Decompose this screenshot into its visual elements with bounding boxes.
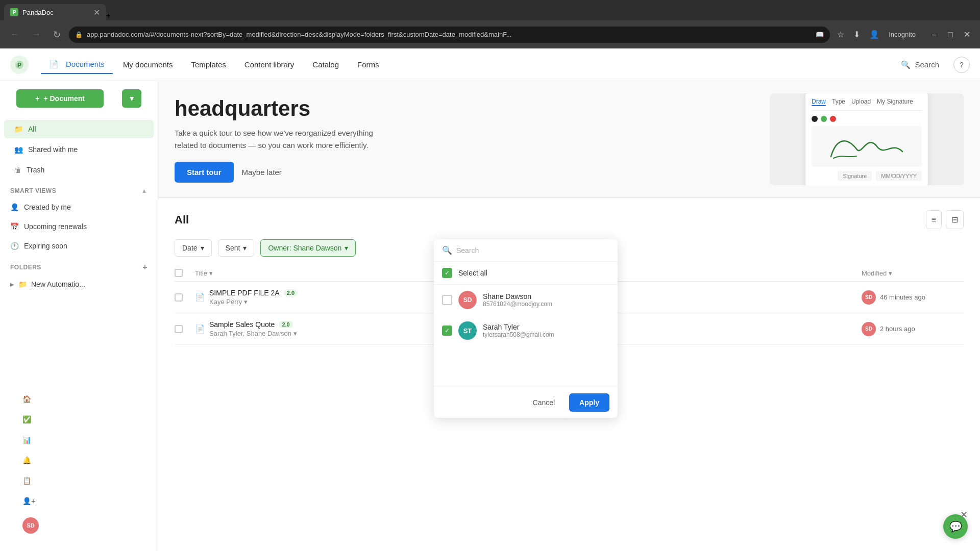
sig-dot-red[interactable] — [830, 116, 836, 122]
back-button[interactable]: ← — [6, 27, 23, 42]
select-all-row[interactable]: ✓ Select all — [434, 262, 618, 285]
sidebar-item-created-by-me[interactable]: 👤 Created by me — [0, 198, 158, 216]
close-window-button[interactable]: ✕ — [960, 28, 974, 42]
owner-dropdown-icon[interactable]: ▾ — [244, 298, 248, 306]
sidebar-item-trash[interactable]: 🗑 Trash — [4, 161, 154, 179]
sidebar-item-list[interactable]: 📋 — [12, 471, 145, 490]
sidebar-item-upcoming-renewals[interactable]: 📅 Upcoming renewals — [0, 218, 158, 235]
search-label: Search — [915, 60, 939, 69]
sig-tab-my-signature[interactable]: My Signature — [877, 98, 913, 106]
new-tab-button[interactable]: + — [106, 11, 111, 20]
title-column-label: Title — [195, 269, 207, 277]
sidebar-item-notifications[interactable]: 🔔 — [12, 451, 145, 469]
banner-text: headquarters Take a quick tour to see ho… — [175, 96, 749, 183]
nav-item-documents[interactable]: 📄 Documents — [41, 56, 113, 74]
nav-item-catalog[interactable]: Catalog — [304, 56, 347, 73]
filter-button[interactable]: ≡ — [926, 210, 942, 229]
sidebar-item-home[interactable]: 🏠 — [12, 390, 145, 408]
sidebar-trash-label: Trash — [27, 166, 44, 174]
chevron-down-icon: ▼ — [128, 94, 135, 103]
sig-tab-upload[interactable]: Upload — [851, 98, 871, 106]
sidebar-item-all[interactable]: 📁 All — [4, 120, 154, 138]
bookmark-button[interactable]: ☆ — [834, 28, 847, 41]
tab-favicon: P — [10, 8, 18, 16]
shane-checkbox[interactable] — [442, 295, 452, 305]
add-folder-button[interactable]: + — [142, 263, 148, 272]
doc1-checkbox[interactable] — [175, 293, 183, 302]
nav-item-content-library[interactable]: Content library — [236, 56, 303, 73]
calendar-icon: 📅 — [10, 222, 19, 231]
docs-header: All ≡ ⊟ — [175, 210, 964, 229]
filter-date[interactable]: Date ▾ — [175, 239, 212, 257]
address-bar[interactable]: 🔒 app.pandadoc.com/a/#/documents-next?so… — [69, 27, 830, 43]
download-button[interactable]: ⬇ — [850, 28, 863, 41]
profile-button[interactable]: 👤 — [866, 28, 883, 41]
doc2-checkbox[interactable] — [175, 325, 183, 333]
sarah-checkbox[interactable]: ✓ — [442, 325, 452, 336]
browser-tab-pandadoc[interactable]: P PandaDoc ✕ — [4, 4, 106, 20]
sidebar-item-tasks[interactable]: ✅ — [12, 410, 145, 429]
new-document-dropdown-button[interactable]: ▼ — [122, 89, 141, 108]
view-toggle-button[interactable]: ⊟ — [946, 210, 964, 229]
browser-actions: ☆ ⬇ 👤 Incognito — [834, 28, 919, 41]
maybe-later-button[interactable]: Maybe later — [242, 168, 282, 177]
nav-items: 📄 Documents My documents Templates Conte… — [41, 56, 883, 74]
doc1-avatar: SD — [862, 290, 876, 305]
search-button[interactable]: 🔍 Search — [895, 57, 945, 72]
help-button[interactable]: ? — [953, 57, 970, 73]
upcoming-renewals-label: Upcoming renewals — [24, 222, 87, 231]
apply-button[interactable]: Apply — [569, 393, 609, 412]
doc-file-icon-2: 📄 — [195, 324, 205, 334]
modified-sort-icon[interactable]: ▾ — [889, 269, 892, 277]
sig-tab-type[interactable]: Type — [832, 98, 845, 106]
nav-label-documents: Documents — [66, 60, 105, 68]
url-text: app.pandadoc.com/a/#/documents-next?sort… — [87, 31, 812, 38]
nav-item-forms[interactable]: Forms — [349, 56, 387, 73]
sidebar-item-expiring-soon[interactable]: 🕐 Expiring soon — [0, 237, 158, 255]
select-all-checkbox[interactable] — [175, 269, 183, 277]
window-controls: – □ ✕ — [927, 28, 974, 42]
sig-dot-black[interactable] — [812, 116, 818, 122]
folder-item-new-automation[interactable]: ▶ 📁 New Automatio... — [0, 276, 158, 292]
row-check-2 — [175, 325, 195, 333]
start-tour-button[interactable]: Start tour — [175, 162, 234, 183]
filter-owner[interactable]: Owner: Shane Dawson ▾ — [260, 239, 356, 257]
forward-button[interactable]: → — [28, 27, 45, 42]
sidebar-item-shared-with-me[interactable]: 👥 Shared with me — [4, 140, 154, 159]
folder-icon: 📁 — [14, 125, 23, 133]
sig-date-field: MM/DD/YYYY — [876, 171, 922, 181]
user-row-shane[interactable]: SD Shane Dawson 85761024@moodjoy.com — [434, 285, 618, 315]
sidebar-item-contacts[interactable]: 👤+ — [12, 492, 145, 510]
nav-item-templates[interactable]: Templates — [183, 56, 234, 73]
sig-dot-green[interactable] — [821, 116, 827, 122]
main-content: + + Document ▼ 📁 All 👥 Shared with me 🗑 … — [0, 81, 980, 551]
expiring-soon-label: Expiring soon — [24, 242, 67, 250]
new-document-button[interactable]: + + Document — [16, 89, 104, 108]
maximize-button[interactable]: □ — [943, 28, 958, 42]
title-sort-icon[interactable]: ▾ — [209, 269, 213, 277]
sidebar-item-analytics[interactable]: 📊 — [12, 431, 145, 449]
header-modified: Modified ▾ — [862, 269, 964, 277]
tab-close-button[interactable]: ✕ — [93, 8, 100, 17]
signature-canvas[interactable] — [812, 126, 922, 167]
filter-sent[interactable]: Sent ▾ — [218, 239, 255, 257]
sig-tab-draw[interactable]: Draw — [812, 98, 826, 106]
doc2-owner: Sarah Tyler, Shane Dawson ▾ — [209, 330, 297, 337]
smart-views-collapse[interactable]: ▲ — [141, 187, 148, 194]
contacts-icon: 👤+ — [22, 497, 35, 505]
banner-description: Take a quick tour to see how we've reorg… — [175, 127, 389, 152]
user-row-sarah[interactable]: ✓ ST Sarah Tyler tylersarah508@gmail.com — [434, 315, 618, 346]
owner-dropdown-icon-2[interactable]: ▾ — [293, 330, 297, 337]
tasks-icon: ✅ — [22, 415, 31, 423]
sidebar-item-avatar[interactable]: SD — [12, 512, 145, 539]
cancel-button[interactable]: Cancel — [525, 394, 564, 411]
nav-label-forms: Forms — [357, 60, 379, 69]
chat-widget[interactable]: 💬 — [943, 514, 968, 539]
reload-button[interactable]: ↻ — [49, 27, 65, 42]
minimize-button[interactable]: – — [927, 28, 941, 42]
help-icon: ? — [960, 61, 964, 69]
dropdown-search-input[interactable] — [456, 246, 609, 255]
sarah-avatar: ST — [458, 321, 477, 340]
nav-item-my-documents[interactable]: My documents — [115, 56, 181, 73]
smart-views-label: SMART VIEWS — [10, 187, 56, 194]
